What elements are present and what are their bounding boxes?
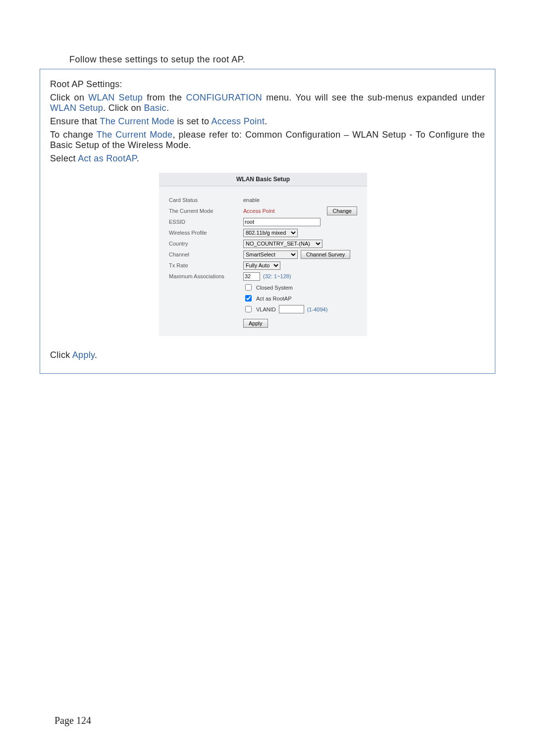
wlan-basic-setup-panel: WLAN Basic Setup Card Status enable The …: [159, 173, 367, 336]
text: menu. You will see the sub-menus expande…: [262, 93, 485, 102]
vlanid-hint: (1-4094): [307, 306, 328, 312]
text: Ensure that: [50, 116, 100, 126]
card-status-value: enable: [243, 197, 260, 203]
max-assoc-hint: (32: 1~128): [263, 273, 291, 279]
access-point-link: Access Point: [212, 116, 265, 126]
channel-survey-button[interactable]: Channel Survey: [301, 250, 350, 259]
act-as-rootap-link: Act as RootAP: [78, 153, 137, 163]
tx-rate-label: Tx Rate: [169, 262, 243, 268]
essid-input[interactable]: [243, 218, 321, 226]
apply-button[interactable]: Apply: [243, 319, 268, 328]
panel-title: WLAN Basic Setup: [159, 173, 367, 186]
change-button[interactable]: Change: [327, 206, 357, 215]
max-assoc-label: Maximum Associations: [169, 273, 243, 279]
text: . Click on: [103, 103, 144, 113]
text: is set to: [174, 116, 211, 126]
text: Select: [50, 153, 78, 163]
text: To change: [50, 130, 97, 140]
box-heading: Root AP Settings:: [50, 79, 485, 90]
apply-link: Apply: [72, 350, 95, 360]
essid-label: ESSID: [169, 219, 243, 225]
current-mode-link-2: The Current Mode: [97, 130, 173, 140]
wireless-profile-label: Wireless Profile: [169, 230, 243, 236]
instruction-step-3: To change The Current Mode, please refer…: [50, 130, 485, 151]
country-select[interactable]: NO_COUNTRY_SET-(NA): [243, 240, 322, 248]
instructions-box: Root AP Settings: Click on WLAN Setup fr…: [40, 69, 495, 374]
text: .: [265, 116, 267, 126]
text: from the: [143, 93, 186, 102]
closed-system-label: Closed System: [256, 285, 293, 291]
vlanid-input[interactable]: [279, 305, 304, 313]
text: .: [166, 103, 169, 113]
instruction-step-1: Click on WLAN Setup from the CONFIGURATI…: [50, 93, 485, 113]
current-mode-label: The Current Mode: [169, 208, 243, 214]
page-number: Page 124: [54, 715, 91, 726]
act-as-rootap-label: Act as RootAP: [256, 296, 292, 302]
text: Click on: [50, 93, 88, 102]
intro-text: Follow these settings to setup the root …: [69, 54, 495, 65]
instruction-step-5: Click Apply.: [50, 350, 485, 360]
configuration-link: CONFIGURATION: [186, 93, 263, 102]
text: Click: [50, 350, 72, 360]
current-mode-link: The Current Mode: [100, 116, 174, 126]
text: .: [95, 350, 97, 360]
current-mode-value: Access Point: [243, 208, 275, 214]
instruction-step-4: Select Act as RootAP.: [50, 153, 485, 164]
country-label: Country: [169, 241, 243, 247]
act-as-rootap-checkbox[interactable]: [245, 295, 252, 302]
closed-system-checkbox[interactable]: [245, 284, 252, 291]
vlanid-label: VLANID: [256, 306, 276, 312]
vlanid-checkbox[interactable]: [245, 306, 252, 312]
text: .: [137, 153, 139, 163]
tx-rate-select[interactable]: Fully Auto: [243, 261, 280, 270]
max-assoc-input[interactable]: [243, 272, 260, 281]
wlan-setup-link: WLAN Setup: [88, 93, 143, 102]
card-status-label: Card Status: [169, 197, 243, 203]
channel-select[interactable]: SmartSelect: [243, 251, 298, 259]
wireless-profile-select[interactable]: 802.11b/g mixed: [243, 229, 298, 237]
instruction-step-2: Ensure that The Current Mode is set to A…: [50, 116, 485, 127]
basic-link: Basic: [144, 103, 166, 113]
channel-label: Channel: [169, 252, 243, 257]
wlan-setup-link-2: WLAN Setup: [50, 103, 103, 113]
